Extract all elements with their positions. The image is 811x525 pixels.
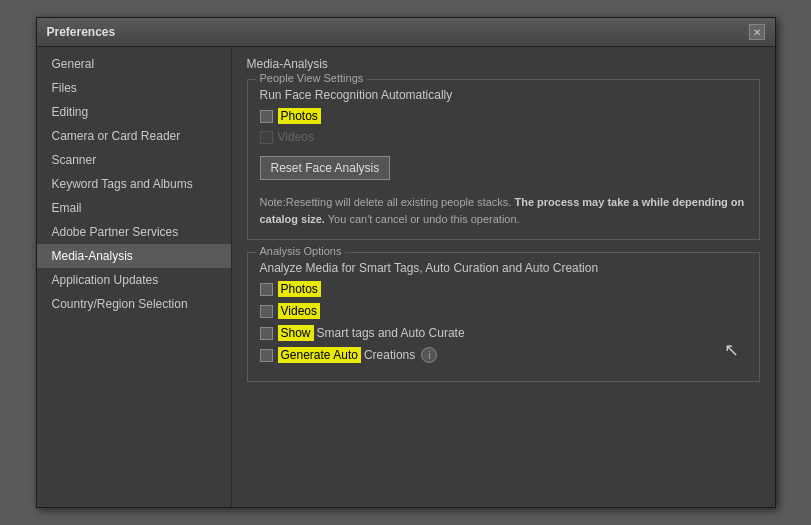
sidebar-item-scanner[interactable]: Scanner xyxy=(37,148,231,172)
sidebar-item-general[interactable]: General xyxy=(37,52,231,76)
sidebar: General Files Editing Camera or Card Rea… xyxy=(37,47,232,507)
videos-checkbox xyxy=(260,131,273,144)
analysis-photos-text: Photos xyxy=(278,281,321,297)
main-panel: Media-Analysis People View Settings Run … xyxy=(232,47,775,507)
sidebar-item-media-analysis[interactable]: Media-Analysis xyxy=(37,244,231,268)
analysis-videos-label[interactable]: Videos xyxy=(260,303,320,319)
analysis-photos-row: Photos xyxy=(260,281,747,297)
photos-checkbox-row: Photos xyxy=(260,108,747,124)
dialog-title: Preferences xyxy=(47,25,116,39)
sidebar-item-editing[interactable]: Editing xyxy=(37,100,231,124)
panel-title: Media-Analysis xyxy=(247,57,760,71)
people-view-label: People View Settings xyxy=(256,72,368,84)
note-bold: The process may take a while depending o… xyxy=(260,196,745,225)
analysis-options-label: Analysis Options xyxy=(256,245,346,257)
analysis-photos-checkbox[interactable] xyxy=(260,283,273,296)
photos-text: Photos xyxy=(278,108,321,124)
generate-auto-label[interactable]: Generate Auto Creations xyxy=(260,347,416,363)
people-view-group: People View Settings Run Face Recognitio… xyxy=(247,79,760,240)
sidebar-item-camera[interactable]: Camera or Card Reader xyxy=(37,124,231,148)
analysis-videos-text: Videos xyxy=(278,303,320,319)
title-bar: Preferences ✕ xyxy=(37,18,775,47)
sidebar-item-keyword[interactable]: Keyword Tags and Albums xyxy=(37,172,231,196)
reset-face-analysis-button[interactable]: Reset Face Analysis xyxy=(260,156,391,180)
sidebar-item-email[interactable]: Email xyxy=(37,196,231,220)
videos-checkbox-row: Videos xyxy=(260,130,747,144)
generate-auto-checkbox[interactable] xyxy=(260,349,273,362)
note-text: Note:Resetting will delete all existing … xyxy=(260,194,747,227)
sidebar-item-country[interactable]: Country/Region Selection xyxy=(37,292,231,316)
creations-text: Creations xyxy=(364,348,415,362)
smart-tags-text: Smart tags and Auto Curate xyxy=(317,326,465,340)
analysis-options-group: Analysis Options Analyze Media for Smart… xyxy=(247,252,760,382)
photos-checkbox[interactable] xyxy=(260,110,273,123)
photos-label[interactable]: Photos xyxy=(260,108,321,124)
analysis-videos-checkbox[interactable] xyxy=(260,305,273,318)
show-smart-tags-label[interactable]: Show Smart tags and Auto Curate xyxy=(260,325,465,341)
show-smart-tags-checkbox[interactable] xyxy=(260,327,273,340)
sidebar-item-application-updates[interactable]: Application Updates xyxy=(37,268,231,292)
info-icon[interactable]: i xyxy=(421,347,437,363)
show-text: Show xyxy=(278,325,314,341)
close-button[interactable]: ✕ xyxy=(749,24,765,40)
videos-text: Videos xyxy=(278,130,314,144)
analysis-photos-label[interactable]: Photos xyxy=(260,281,321,297)
run-face-label: Run Face Recognition Automatically xyxy=(260,88,747,102)
videos-label: Videos xyxy=(260,130,314,144)
generate-text: Generate Auto xyxy=(278,347,361,363)
preferences-dialog: Preferences ✕ General Files Editing Came… xyxy=(36,17,776,508)
sidebar-item-adobe-partner[interactable]: Adobe Partner Services xyxy=(37,220,231,244)
sidebar-item-files[interactable]: Files xyxy=(37,76,231,100)
generate-auto-row: Generate Auto Creations i xyxy=(260,347,747,363)
dialog-content: General Files Editing Camera or Card Rea… xyxy=(37,47,775,507)
analysis-videos-row: Videos xyxy=(260,303,747,319)
analyze-label: Analyze Media for Smart Tags, Auto Curat… xyxy=(260,261,747,275)
show-smart-tags-row: Show Smart tags and Auto Curate xyxy=(260,325,747,341)
